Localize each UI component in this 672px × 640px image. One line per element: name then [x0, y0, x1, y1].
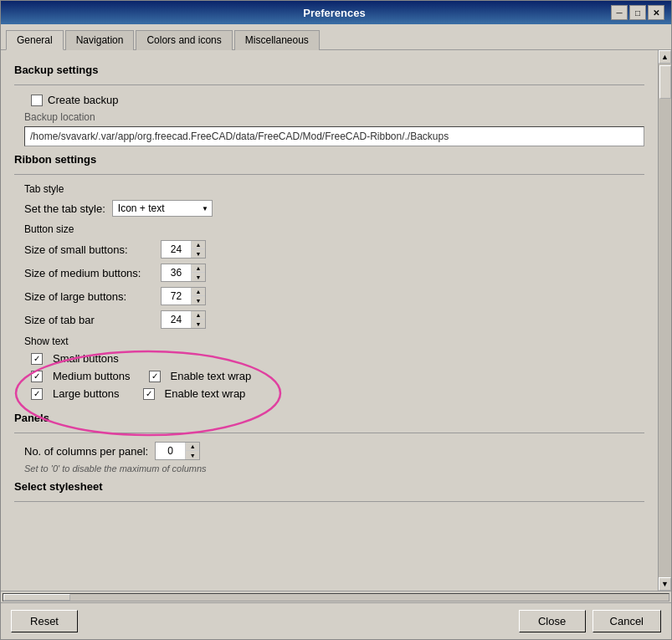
small-show-text-checkbox[interactable] [31, 353, 43, 365]
create-backup-row: Create backup [14, 94, 644, 106]
backup-location-label: Backup location [24, 111, 644, 123]
tab-navigation[interactable]: Navigation [65, 30, 135, 50]
tabbar-input[interactable] [162, 311, 191, 328]
columns-hint: Set to '0' to disable the maximum of col… [14, 463, 644, 474]
window-controls: ─ □ ✕ [611, 5, 664, 20]
horizontal-scrollbar[interactable] [1, 591, 671, 602]
backup-path-field[interactable]: /home/svavark/.var/app/org.freecad.FreeC… [24, 126, 644, 146]
medium-wrap-label: Enable text wrap [171, 370, 252, 382]
tab-general[interactable]: General [6, 30, 64, 50]
panels-title: Panels [14, 412, 644, 424]
tab-bar: General Navigation Colors and icons Misc… [1, 24, 671, 50]
large-buttons-input[interactable] [162, 288, 191, 305]
hscroll-track[interactable] [3, 593, 669, 602]
tab-style-row: Set the tab style: Icon + text [14, 200, 644, 217]
medium-buttons-spinner: ▲ ▼ [161, 264, 206, 282]
reset-button[interactable]: Reset [11, 610, 78, 632]
columns-up[interactable]: ▲ [186, 443, 199, 451]
tab-style-label: Tab style [14, 183, 644, 195]
tabbar-spinner: ▲ ▼ [161, 310, 206, 329]
large-buttons-label: Size of large buttons: [24, 290, 154, 303]
large-buttons-spinner: ▲ ▼ [161, 287, 206, 305]
close-button[interactable]: Close [519, 610, 586, 632]
minimize-button[interactable]: ─ [611, 5, 628, 20]
bottom-bar: Reset Close Cancel [1, 602, 671, 639]
small-buttons-down[interactable]: ▼ [192, 249, 205, 258]
tabbar-down[interactable]: ▼ [192, 320, 205, 328]
large-buttons-down[interactable]: ▼ [192, 296, 205, 305]
close-window-button[interactable]: ✕ [648, 5, 664, 20]
vscroll-track[interactable] [659, 64, 671, 577]
small-buttons-spinner: ▲ ▼ [161, 240, 206, 259]
small-buttons-row: Size of small buttons: ▲ ▼ [14, 240, 644, 259]
vertical-scrollbar[interactable]: ▲ ▼ [658, 50, 671, 591]
preferences-window: Preferences ─ □ ✕ General Navigation Col… [0, 0, 672, 640]
columns-down[interactable]: ▼ [186, 451, 199, 459]
small-buttons-show-text-row: Small buttons [24, 352, 644, 365]
small-show-text-label: Small buttons [53, 352, 119, 365]
medium-buttons-up[interactable]: ▲ [192, 264, 205, 273]
small-buttons-up[interactable]: ▲ [192, 241, 205, 249]
set-tab-style-label: Set the tab style: [24, 202, 105, 215]
vscroll-down-button[interactable]: ▼ [659, 577, 671, 591]
small-buttons-label: Size of small buttons: [24, 243, 154, 256]
medium-buttons-input[interactable] [162, 264, 191, 281]
medium-show-text-label: Medium buttons [53, 370, 131, 382]
large-buttons-show-text-row: Large buttons Enable text wrap [24, 387, 644, 400]
vscroll-up-button[interactable]: ▲ [659, 50, 671, 64]
show-text-section: Show text Small buttons Medium buttons E… [14, 335, 644, 400]
medium-buttons-label: Size of medium buttons: [24, 267, 154, 279]
medium-buttons-row: Size of medium buttons: ▲ ▼ [14, 264, 644, 282]
window-title: Preferences [58, 7, 611, 19]
tabbar-up[interactable]: ▲ [192, 311, 205, 320]
content-area: Backup settings Create backup Backup loc… [1, 50, 658, 591]
tab-colors-icons[interactable]: Colors and icons [136, 30, 232, 50]
button-size-label: Button size [14, 223, 644, 235]
vscroll-thumb[interactable] [659, 65, 671, 99]
large-wrap-label: Enable text wrap [165, 387, 246, 400]
small-buttons-input[interactable] [162, 241, 191, 258]
cancel-button[interactable]: Cancel [592, 610, 661, 632]
stylesheet-section: Select stylesheet [14, 480, 644, 502]
large-show-text-label: Large buttons [53, 387, 120, 400]
columns-input[interactable] [156, 443, 185, 459]
large-wrap-checkbox[interactable] [143, 388, 155, 400]
hscroll-thumb[interactable] [3, 594, 70, 601]
create-backup-label: Create backup [48, 94, 119, 106]
tab-style-select[interactable]: Icon + text [112, 200, 213, 217]
medium-buttons-down[interactable]: ▼ [192, 273, 205, 281]
show-text-label: Show text [24, 335, 644, 347]
medium-show-text-checkbox[interactable] [31, 371, 43, 382]
columns-label: No. of columns per panel: [24, 445, 148, 458]
stylesheet-title: Select stylesheet [14, 480, 644, 493]
ribbon-settings-title: Ribbon settings [14, 153, 644, 166]
backup-settings-title: Backup settings [14, 64, 644, 76]
medium-buttons-show-text-row: Medium buttons Enable text wrap [24, 370, 644, 382]
large-buttons-row: Size of large buttons: ▲ ▼ [14, 287, 644, 305]
columns-spinner: ▲ ▼ [155, 442, 200, 460]
tab-miscellaneous[interactable]: Miscellaneous [234, 30, 320, 50]
tabbar-size-row: Size of tab bar ▲ ▼ [14, 310, 644, 329]
medium-wrap-checkbox[interactable] [149, 371, 161, 382]
tabbar-label: Size of tab bar [24, 314, 154, 326]
create-backup-checkbox[interactable] [31, 95, 43, 106]
panels-section: Panels No. of columns per panel: ▲ ▼ Set… [14, 412, 644, 474]
title-bar: Preferences ─ □ ✕ [1, 1, 671, 24]
columns-row: No. of columns per panel: ▲ ▼ [14, 442, 644, 460]
large-show-text-checkbox[interactable] [31, 388, 43, 400]
large-buttons-up[interactable]: ▲ [192, 288, 205, 296]
maximize-button[interactable]: □ [629, 5, 646, 20]
